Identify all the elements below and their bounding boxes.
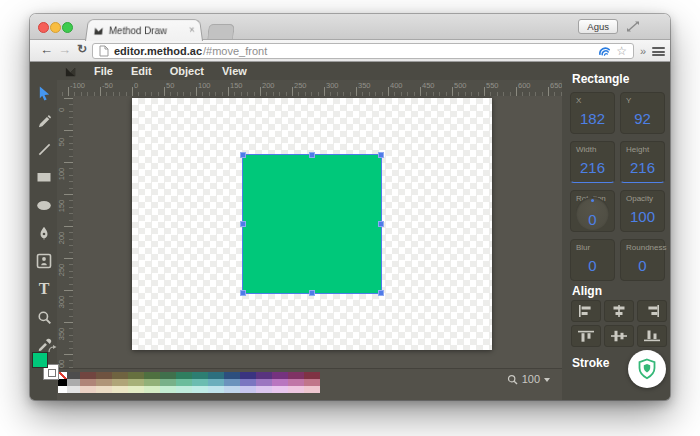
palette-swatch[interactable] <box>67 379 80 386</box>
tab-close-icon[interactable]: × <box>189 26 196 35</box>
ellipse-tool[interactable] <box>35 196 53 214</box>
align-right-button[interactable] <box>637 300 667 322</box>
field-width[interactable]: Width 216 <box>570 141 615 183</box>
bookmark-star-icon[interactable]: ☆ <box>616 45 627 57</box>
align-left-button[interactable] <box>571 300 601 322</box>
field-opacity[interactable]: Opacity 100 <box>620 190 665 232</box>
field-rotation[interactable]: Rotation 0 <box>570 190 615 232</box>
palette-swatch[interactable] <box>144 372 160 379</box>
palette-swatch[interactable] <box>96 372 112 379</box>
field-height[interactable]: Height 216 <box>620 141 665 183</box>
palette-swatch[interactable] <box>128 372 144 379</box>
palette-swatch[interactable] <box>112 372 128 379</box>
palette-swatch[interactable] <box>304 379 320 386</box>
align-bottom-button[interactable] <box>637 325 667 347</box>
window-zoom-button[interactable] <box>62 22 73 33</box>
palette-swatch[interactable] <box>192 372 208 379</box>
palette-swatch[interactable] <box>224 372 240 379</box>
align-top-button[interactable] <box>571 325 601 347</box>
palette-swatch[interactable] <box>160 379 176 386</box>
shape-library-tool[interactable] <box>35 252 53 270</box>
palette-swatch[interactable] <box>304 372 320 379</box>
field-x[interactable]: X 182 <box>570 92 615 134</box>
path-tool[interactable] <box>35 224 53 242</box>
method-draw-logo[interactable] <box>64 65 77 78</box>
palette-swatch[interactable] <box>272 372 288 379</box>
palette-swatch[interactable] <box>288 386 304 393</box>
fill-color-swatch[interactable] <box>32 352 48 368</box>
palette-swatch[interactable] <box>176 386 192 393</box>
field-y[interactable]: Y 92 <box>620 92 665 134</box>
zoom-tool[interactable] <box>35 308 53 326</box>
palette-swatch[interactable] <box>58 386 67 393</box>
palette-swatch[interactable] <box>224 379 240 386</box>
selection-handle-w[interactable] <box>240 221 246 227</box>
swap-colors-icon[interactable] <box>48 345 57 353</box>
palette-swatch[interactable] <box>96 379 112 386</box>
fullscreen-expand-icon[interactable] <box>626 20 640 33</box>
menu-object[interactable]: Object <box>161 65 213 77</box>
menu-edit[interactable]: Edit <box>122 65 161 77</box>
line-tool[interactable] <box>35 140 53 158</box>
menu-view[interactable]: View <box>213 65 256 77</box>
selection-handle-sw[interactable] <box>240 290 246 296</box>
palette-swatch[interactable] <box>67 386 80 393</box>
palette-swatch[interactable] <box>240 386 256 393</box>
selection-handle-se[interactable] <box>378 290 384 296</box>
browser-tab[interactable]: Method Draw × <box>85 19 203 41</box>
palette-swatch[interactable] <box>144 386 160 393</box>
palette-swatch[interactable] <box>128 379 144 386</box>
window-minimize-button[interactable] <box>50 22 61 33</box>
workspace[interactable] <box>73 96 562 368</box>
palette-swatch[interactable] <box>272 379 288 386</box>
reload-button[interactable]: ↻ <box>77 42 87 56</box>
palette-swatch[interactable] <box>272 386 288 393</box>
field-roundness[interactable]: Roundness 0 <box>620 239 665 281</box>
extensions-overflow-icon[interactable]: » <box>640 45 646 57</box>
rectangle-tool[interactable] <box>35 168 53 186</box>
palette-swatch[interactable] <box>208 386 224 393</box>
palette-swatch[interactable] <box>176 379 192 386</box>
pencil-tool[interactable] <box>35 112 53 130</box>
palette-swatch[interactable] <box>304 386 320 393</box>
rotation-dial[interactable]: 0 <box>576 197 609 230</box>
palette-swatch[interactable] <box>208 379 224 386</box>
browser-menu-icon[interactable] <box>652 47 665 56</box>
svg-canvas[interactable] <box>132 98 492 350</box>
palette-swatch[interactable] <box>128 386 144 393</box>
palette-swatch[interactable] <box>208 372 224 379</box>
palette-swatch[interactable] <box>144 379 160 386</box>
zoom-value[interactable]: 100 <box>522 373 540 385</box>
window-close-button[interactable] <box>38 22 49 33</box>
palette-swatch[interactable] <box>58 379 67 386</box>
palette-swatch[interactable] <box>112 379 128 386</box>
menu-file[interactable]: File <box>85 65 122 77</box>
back-button[interactable]: ← <box>40 42 53 57</box>
extension-shield-badge[interactable] <box>628 350 666 388</box>
palette-swatch[interactable] <box>67 372 80 379</box>
palette-swatch[interactable] <box>80 372 96 379</box>
select-tool[interactable] <box>35 84 53 102</box>
extension-swirl-icon[interactable] <box>598 45 611 58</box>
palette-swatch[interactable] <box>192 379 208 386</box>
selection-handle-nw[interactable] <box>240 152 246 158</box>
profile-button[interactable]: Agus <box>578 19 618 34</box>
palette-swatch[interactable] <box>160 386 176 393</box>
align-middle-vertical-button[interactable] <box>604 325 634 347</box>
palette-swatch[interactable] <box>112 386 128 393</box>
selection-handle-s[interactable] <box>309 290 315 296</box>
palette-swatch[interactable] <box>288 379 304 386</box>
palette-swatch[interactable] <box>240 372 256 379</box>
palette-swatch[interactable] <box>80 386 96 393</box>
selection-handle-ne[interactable] <box>378 152 384 158</box>
forward-button[interactable]: → <box>58 42 71 57</box>
text-tool[interactable]: T <box>35 280 53 298</box>
palette-swatch[interactable] <box>80 379 96 386</box>
palette-swatch[interactable] <box>256 379 272 386</box>
palette-swatch[interactable] <box>240 379 256 386</box>
selection-handle-n[interactable] <box>309 152 315 158</box>
address-bar[interactable]: editor.method.ac /#move_front ☆ <box>92 43 634 59</box>
palette-swatch[interactable] <box>58 372 67 379</box>
palette-swatch[interactable] <box>256 386 272 393</box>
selected-rectangle[interactable] <box>243 155 381 293</box>
